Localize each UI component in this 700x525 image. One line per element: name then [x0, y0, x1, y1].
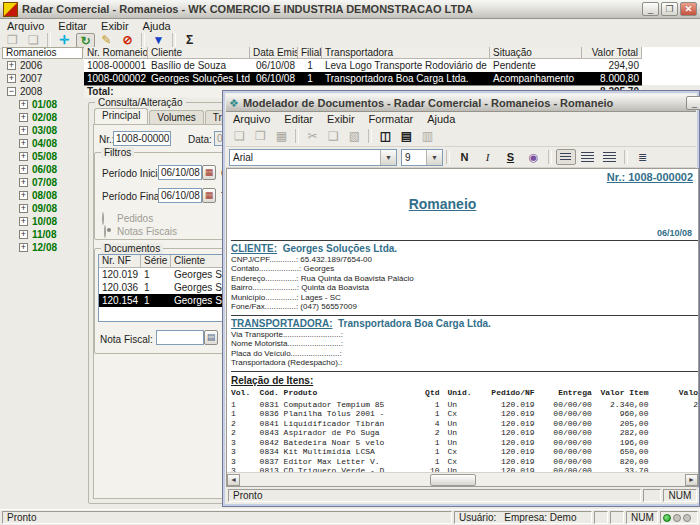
navigate-icon[interactable]: ✛: [55, 33, 74, 48]
chevron-down-icon[interactable]: ▼: [426, 150, 442, 165]
copy-icon[interactable]: ❑: [324, 129, 343, 144]
item-row: 3 0834 Kit Multimídia LCSA 1 Cx 120.019 …: [231, 447, 698, 457]
tree-item-year[interactable]: + 2007: [7, 72, 89, 85]
restore-button[interactable]: ❐: [661, 2, 678, 16]
menu-arquivo[interactable]: Arquivo: [0, 20, 51, 32]
bullet-list-icon[interactable]: ≣: [632, 149, 653, 166]
font-color-icon[interactable]: ◉: [523, 149, 544, 166]
modeler-menu-formatar[interactable]: Formatar: [362, 113, 421, 125]
scroll-right-icon[interactable]: ►: [685, 474, 698, 486]
expand-icon[interactable]: +: [19, 152, 28, 161]
modeler-window: ❖ Modelador de Documentos - Radar Comerc…: [222, 90, 700, 507]
minimize-button[interactable]: _: [642, 2, 659, 16]
radio-pedidos-label: Pedidos: [117, 213, 153, 224]
document-editor[interactable]: Nr.: 1008-000002 Romaneio 06/10/08 CLIEN…: [226, 168, 699, 487]
paste-icon[interactable]: ▤: [204, 330, 218, 345]
menu-editar[interactable]: Editar: [51, 20, 94, 32]
chevron-down-icon[interactable]: ▼: [380, 150, 396, 165]
expand-icon[interactable]: +: [19, 113, 28, 122]
menu-ajuda[interactable]: Ajuda: [136, 20, 178, 32]
expand-icon[interactable]: +: [19, 217, 28, 226]
expand-icon[interactable]: +: [19, 100, 28, 109]
print-preview-icon[interactable]: ◫: [376, 129, 395, 144]
expand-icon[interactable]: +: [19, 126, 28, 135]
page-setup-icon[interactable]: ▥: [418, 129, 437, 144]
align-right-icon[interactable]: [600, 149, 620, 165]
bold-button[interactable]: N: [454, 149, 475, 166]
expand-icon[interactable]: +: [19, 243, 28, 252]
open-icon[interactable]: ❐: [3, 33, 22, 48]
nota-fiscal-field[interactable]: [156, 330, 204, 345]
modeler-menu-arquivo[interactable]: Arquivo: [226, 113, 277, 125]
menu-exibir[interactable]: Exibir: [94, 20, 136, 32]
open-icon[interactable]: ❐: [251, 129, 270, 144]
col-serie[interactable]: Série: [141, 255, 171, 268]
sum-icon[interactable]: Σ: [180, 33, 199, 48]
col-nr-nf[interactable]: Nr. NF: [99, 255, 141, 268]
col-transportadora[interactable]: Transportadora: [322, 47, 490, 59]
tree-item-year[interactable]: + 2006: [7, 59, 89, 72]
item-row: 1 0831 Computador Tempium 85 1 Un 120.01…: [231, 400, 698, 410]
periodo-final-field[interactable]: 06/10/08: [158, 188, 202, 203]
cut-icon[interactable]: ✂: [303, 129, 322, 144]
new-icon[interactable]: ❏: [230, 129, 249, 144]
print-icon[interactable]: ▤: [397, 129, 416, 144]
modeler-title-bar[interactable]: ❖ Modelador de Documentos - Radar Comerc…: [226, 94, 696, 112]
close-button[interactable]: ✕: [680, 2, 697, 16]
modeler-menu-editar[interactable]: Editar: [277, 113, 320, 125]
tab-principal[interactable]: Principal: [94, 108, 148, 124]
col-nr-romaneio[interactable]: Nr. Romaneio: [84, 47, 148, 59]
filter-icon[interactable]: ▼: [149, 33, 168, 48]
table-row[interactable]: 1008-000001 Basílio de Souza 06/10/08 1 …: [84, 59, 642, 72]
expand-icon[interactable]: +: [19, 204, 28, 213]
col-pedido-nf: Pedido/NF: [478, 388, 534, 400]
scrollbar-thumb[interactable]: [430, 474, 476, 486]
nr-field[interactable]: 1008-000002: [113, 131, 171, 146]
consulta-group-title: Consulta/Alteração: [95, 97, 186, 108]
tab-volumes[interactable]: Volumes: [149, 110, 203, 124]
underline-button[interactable]: S: [500, 149, 521, 166]
font-size-select[interactable]: 9 ▼: [401, 149, 443, 166]
periodo-inicial-field[interactable]: 06/10/08: [158, 165, 202, 180]
modeler-minimize-button[interactable]: _: [686, 96, 700, 110]
italic-button[interactable]: I: [477, 149, 498, 166]
tree-item-year[interactable]: − 2008: [7, 85, 89, 98]
doc-itens-heading: Relação de Itens:: [231, 375, 313, 386]
status-cell-empty: [594, 511, 608, 524]
col-data-emissao[interactable]: Data Emissão: [250, 47, 298, 59]
expand-icon[interactable]: −: [7, 87, 16, 96]
toolbar-separator: [624, 150, 628, 164]
modeler-menu-ajuda[interactable]: Ajuda: [420, 113, 462, 125]
paste-icon[interactable]: ▧: [345, 129, 364, 144]
toolbar-separator: [548, 150, 552, 164]
clear-icon[interactable]: ✎: [97, 33, 116, 48]
save-icon[interactable]: ▦: [272, 129, 291, 144]
radio-notas-fiscais[interactable]: [104, 225, 106, 238]
horizontal-scrollbar[interactable]: ◄ ►: [227, 472, 698, 486]
col-situacao[interactable]: Situação: [490, 47, 582, 59]
align-center-icon[interactable]: [578, 149, 598, 165]
expand-icon[interactable]: +: [7, 74, 16, 83]
main-title-bar[interactable]: Radar Comercial - Romaneios - WK COMERCI…: [0, 0, 700, 19]
modeler-icon: ❖: [229, 97, 239, 109]
calendar-icon[interactable]: ▦: [202, 165, 216, 180]
folder-icon[interactable]: ❏: [24, 33, 43, 48]
expand-icon[interactable]: +: [19, 165, 28, 174]
font-family-select[interactable]: Arial ▼: [229, 149, 397, 166]
col-cliente[interactable]: Cliente: [148, 47, 250, 59]
scroll-left-icon[interactable]: ◄: [227, 474, 240, 486]
table-row[interactable]: 1008-000002 Georges Soluções Ltda. 06/10…: [84, 72, 642, 85]
expand-icon[interactable]: +: [19, 230, 28, 239]
expand-icon[interactable]: +: [19, 139, 28, 148]
col-filial[interactable]: Filial: [298, 47, 322, 59]
refresh-icon[interactable]: ↻: [76, 33, 95, 48]
align-left-icon[interactable]: [556, 149, 576, 165]
calendar-icon[interactable]: ▦: [202, 188, 216, 203]
expand-icon[interactable]: +: [19, 178, 28, 187]
radio-pedidos[interactable]: [102, 212, 104, 225]
modeler-menu-exibir[interactable]: Exibir: [320, 113, 362, 125]
col-valor-total[interactable]: Valor Total: [582, 47, 642, 59]
expand-icon[interactable]: +: [19, 191, 28, 200]
expand-icon[interactable]: +: [7, 61, 16, 70]
cancel-icon[interactable]: ⊘: [118, 33, 137, 48]
